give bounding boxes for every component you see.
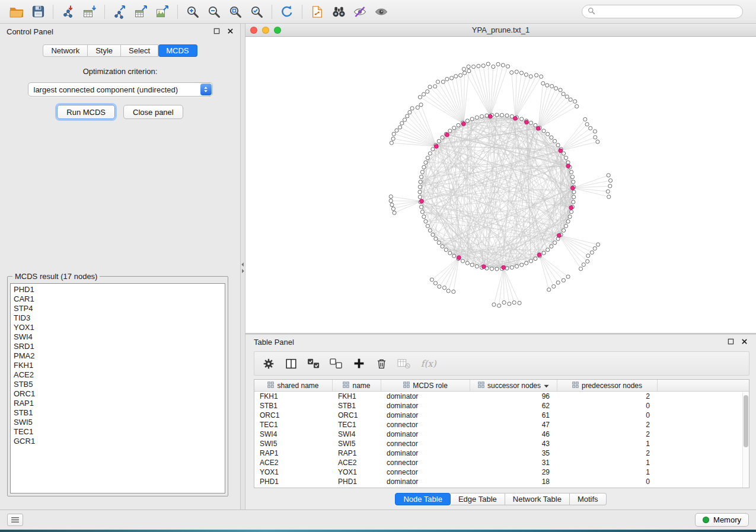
- table-cell[interactable]: RAP1: [254, 448, 333, 458]
- table-cell[interactable]: SWI5: [333, 439, 381, 448]
- table-cell[interactable]: FKH1: [254, 392, 333, 401]
- mcds-result-item[interactable]: TID3: [14, 313, 225, 323]
- sort-chevron-icon[interactable]: [544, 382, 549, 390]
- table-cell[interactable]: 96: [470, 392, 557, 401]
- table-cell[interactable]: 0: [557, 411, 658, 420]
- tab-mcds[interactable]: MCDS: [158, 44, 197, 57]
- table-cell[interactable]: dominator: [381, 411, 470, 420]
- mcds-result-item[interactable]: PHD1: [14, 285, 225, 294]
- column-header-shared-name[interactable]: shared name: [254, 380, 333, 391]
- select-all-button[interactable]: [304, 355, 323, 373]
- zoom-selected-button[interactable]: [246, 3, 267, 21]
- zoom-fit-button[interactable]: [225, 3, 246, 21]
- table-cell[interactable]: 46: [470, 430, 557, 439]
- table-cell[interactable]: 0: [557, 477, 658, 486]
- search-box[interactable]: [582, 5, 743, 18]
- table-row[interactable]: TEC1TEC1connector472: [254, 420, 749, 430]
- table-row[interactable]: YOX1YOX1connector291: [254, 467, 749, 477]
- table-row[interactable]: SWI4SWI4dominator462: [254, 430, 749, 439]
- tab-style[interactable]: Style: [88, 44, 121, 57]
- network-canvas[interactable]: [245, 37, 756, 333]
- import-network-button[interactable]: [58, 3, 79, 21]
- deselect-all-button[interactable]: [327, 355, 346, 373]
- hide-graphics-details-button[interactable]: [349, 3, 371, 21]
- table-row[interactable]: RAP1RAP1dominator352: [254, 448, 749, 458]
- mcds-result-item[interactable]: SWI5: [14, 418, 225, 427]
- table-cell[interactable]: FKH1: [333, 392, 381, 401]
- float-panel-icon[interactable]: [213, 27, 220, 36]
- table-cell[interactable]: 2: [557, 392, 658, 401]
- table-cell[interactable]: PHD1: [254, 477, 333, 486]
- close-panel-icon[interactable]: [227, 27, 234, 36]
- table-cell[interactable]: connector: [381, 439, 470, 448]
- mcds-result-item[interactable]: RAP1: [14, 399, 225, 408]
- table-cell[interactable]: RAP1: [333, 448, 381, 458]
- mcds-result-item[interactable]: SWI4: [14, 332, 225, 342]
- table-cell[interactable]: SWI4: [254, 430, 333, 439]
- mcds-result-item[interactable]: FKH1: [14, 361, 225, 370]
- table-cell[interactable]: 1: [557, 467, 658, 477]
- task-history-button[interactable]: [7, 514, 23, 526]
- mcds-result-item[interactable]: GCR1: [14, 437, 225, 446]
- table-cell[interactable]: 0: [557, 401, 658, 411]
- show-columns-button[interactable]: [282, 355, 301, 373]
- find-binoculars-button[interactable]: [328, 3, 349, 21]
- column-header-predecessor-nodes[interactable]: predecessor nodes: [557, 380, 658, 391]
- table-cell[interactable]: connector: [381, 420, 470, 430]
- table-cell[interactable]: TEC1: [254, 420, 333, 430]
- mcds-result-item[interactable]: ACE2: [14, 370, 225, 380]
- memory-button[interactable]: Memory: [695, 513, 749, 527]
- mcds-result-item[interactable]: CAR1: [14, 294, 225, 304]
- table-row[interactable]: STB1STB1dominator620: [254, 401, 749, 411]
- criterion-select[interactable]: largest connected component (undirected): [28, 82, 213, 97]
- import-table-button[interactable]: [79, 3, 100, 21]
- table-cell[interactable]: PHD1: [333, 477, 381, 486]
- delete-column-button[interactable]: [372, 355, 391, 373]
- mcds-result-item[interactable]: TEC1: [14, 427, 225, 437]
- mcds-result-item[interactable]: STP4: [14, 304, 225, 313]
- table-cell[interactable]: STB1: [333, 401, 381, 411]
- table-cell[interactable]: 2: [557, 448, 658, 458]
- mcds-result-item[interactable]: YOX1: [14, 323, 225, 332]
- table-row[interactable]: SWI5SWI5connector431: [254, 439, 749, 448]
- table-cell[interactable]: connector: [381, 467, 470, 477]
- run-mcds-button[interactable]: Run MCDS: [57, 105, 115, 119]
- export-image-button[interactable]: [152, 3, 173, 21]
- table-cell[interactable]: ORC1: [333, 411, 381, 420]
- table-cell[interactable]: STB1: [254, 401, 333, 411]
- table-float-icon[interactable]: [728, 338, 734, 347]
- tab-select[interactable]: Select: [121, 44, 158, 57]
- tab-node-table[interactable]: Node Table: [395, 493, 451, 505]
- table-cell[interactable]: 31: [470, 458, 557, 467]
- scrollbar-thumb[interactable]: [744, 395, 748, 447]
- table-cell[interactable]: YOX1: [254, 467, 333, 477]
- close-panel-button[interactable]: Close panel: [123, 105, 183, 119]
- table-cell[interactable]: 61: [470, 411, 557, 420]
- open-file-button[interactable]: [6, 3, 27, 21]
- table-row[interactable]: ORC1ORC1dominator610: [254, 411, 749, 420]
- mcds-result-item[interactable]: SRD1: [14, 342, 225, 351]
- table-cell[interactable]: 35: [470, 448, 557, 458]
- table-cell[interactable]: dominator: [381, 401, 470, 411]
- table-cell[interactable]: dominator: [381, 430, 470, 439]
- table-cell[interactable]: 2: [557, 420, 658, 430]
- column-header-MCDS-role[interactable]: MCDS role: [381, 380, 470, 391]
- show-graphics-details-button[interactable]: [371, 3, 392, 21]
- tab-edge-table[interactable]: Edge Table: [451, 493, 505, 505]
- table-row[interactable]: ACE2ACE2connector311: [254, 458, 749, 467]
- table-row[interactable]: FKH1FKH1dominator962: [254, 392, 749, 401]
- table-cell[interactable]: 18: [470, 477, 557, 486]
- table-cell[interactable]: 62: [470, 401, 557, 411]
- mcds-result-item[interactable]: ORC1: [14, 389, 225, 399]
- table-cell[interactable]: 2: [557, 430, 658, 439]
- table-cell[interactable]: SWI4: [333, 430, 381, 439]
- table-cell[interactable]: ORC1: [254, 411, 333, 420]
- table-cell[interactable]: 43: [470, 439, 557, 448]
- tab-network-table[interactable]: Network Table: [505, 493, 570, 505]
- table-cell[interactable]: dominator: [381, 392, 470, 401]
- search-input[interactable]: [599, 8, 737, 16]
- column-header-successor-nodes[interactable]: successor nodes: [470, 380, 557, 391]
- save-session-button[interactable]: [27, 3, 49, 21]
- share-document-button[interactable]: [307, 3, 328, 21]
- create-column-button[interactable]: [349, 355, 368, 373]
